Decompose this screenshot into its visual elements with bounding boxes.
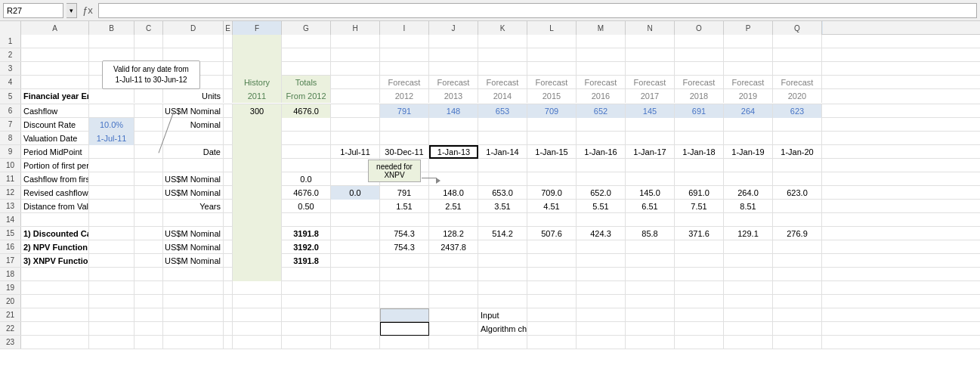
cell-G23[interactable] — [282, 336, 331, 349]
cell-N10[interactable] — [626, 159, 675, 172]
cell-D8[interactable] — [163, 132, 224, 145]
cell-H6[interactable] — [331, 104, 380, 118]
cell-Q23[interactable] — [773, 336, 822, 349]
cell-G19[interactable] — [282, 281, 331, 295]
cell-F4-history[interactable]: History — [233, 76, 282, 89]
cell-M20[interactable] — [577, 295, 626, 308]
cell-I5[interactable]: 2012 — [380, 89, 429, 103]
cell-G1[interactable] — [282, 35, 331, 48]
cell-J4-forecast[interactable]: Forecast — [429, 76, 478, 89]
cell-P22[interactable] — [724, 322, 773, 336]
cell-I18[interactable] — [380, 268, 429, 281]
cell-Q1[interactable] — [773, 35, 822, 48]
cell-H9[interactable]: 1-Jul-11 — [331, 145, 380, 159]
cell-A21[interactable] — [21, 308, 89, 322]
cell-M10[interactable] — [577, 159, 626, 172]
cell-H2[interactable] — [331, 48, 380, 62]
cell-F3[interactable] — [233, 62, 282, 76]
cell-P2[interactable] — [724, 48, 773, 62]
cell-O16[interactable] — [675, 240, 724, 254]
cell-K7[interactable] — [478, 118, 527, 132]
cell-J23[interactable] — [429, 336, 478, 349]
cell-H19[interactable] — [331, 281, 380, 295]
cell-H3[interactable] — [331, 62, 380, 76]
cell-Q5[interactable]: 2020 — [773, 89, 822, 103]
cell-D5[interactable]: Units — [163, 89, 224, 103]
cell-E9[interactable] — [224, 145, 233, 159]
cell-Q3[interactable] — [773, 62, 822, 76]
cell-G6[interactable]: 4676.0 — [282, 104, 331, 118]
cell-K19[interactable] — [478, 281, 527, 295]
cell-H18[interactable] — [331, 268, 380, 281]
cell-N8[interactable] — [626, 132, 675, 145]
cell-Q20[interactable] — [773, 295, 822, 308]
cell-C22[interactable] — [134, 322, 163, 336]
cell-L6[interactable]: 709 — [527, 104, 577, 118]
cell-F16[interactable] — [233, 240, 282, 254]
cell-M21[interactable] — [577, 308, 626, 322]
cell-B21[interactable] — [89, 308, 134, 322]
cell-F8[interactable] — [233, 132, 282, 145]
cell-P11[interactable] — [724, 172, 773, 186]
cell-J1[interactable] — [429, 35, 478, 48]
cell-F14[interactable] — [233, 213, 282, 227]
cell-O7[interactable] — [675, 118, 724, 132]
cell-E15[interactable] — [224, 227, 233, 240]
cell-P1[interactable] — [724, 35, 773, 48]
cell-K17[interactable] — [478, 254, 527, 268]
cell-D14[interactable] — [163, 213, 224, 227]
cell-J20[interactable] — [429, 295, 478, 308]
cell-N14[interactable] — [626, 213, 675, 227]
cell-E17[interactable] — [224, 254, 233, 268]
cell-E14[interactable] — [224, 213, 233, 227]
cell-N22[interactable] — [626, 322, 675, 336]
cell-G2[interactable] — [282, 48, 331, 62]
cell-M5[interactable]: 2016 — [577, 89, 626, 103]
cell-F11[interactable] — [233, 172, 282, 186]
col-header-B[interactable]: B — [89, 21, 134, 35]
cell-C16[interactable] — [134, 240, 163, 254]
cell-B17[interactable] — [89, 254, 134, 268]
cell-I1[interactable] — [380, 35, 429, 48]
cell-B1[interactable] — [89, 35, 134, 48]
cell-E13[interactable] — [224, 200, 233, 213]
cell-B14[interactable] — [89, 213, 134, 227]
cell-L5[interactable]: 2015 — [527, 89, 577, 103]
cell-B7[interactable]: 10.0% — [89, 118, 134, 132]
cell-L10[interactable] — [527, 159, 577, 172]
cell-G15[interactable]: 3191.8 — [282, 227, 331, 240]
cell-G4-totals[interactable]: Totals — [282, 76, 331, 89]
cell-Q13[interactable] — [773, 200, 822, 213]
cell-O18[interactable] — [675, 268, 724, 281]
cell-C5[interactable] — [134, 89, 163, 103]
cell-K18[interactable] — [478, 268, 527, 281]
cell-A16[interactable]: 2) NPV Function — [21, 240, 89, 254]
cell-Q6[interactable]: 623 — [773, 104, 822, 118]
cell-K8[interactable] — [478, 132, 527, 145]
cell-J3[interactable] — [429, 62, 478, 76]
cell-M8[interactable] — [577, 132, 626, 145]
cell-L3[interactable] — [527, 62, 577, 76]
cell-F12[interactable] — [233, 186, 282, 200]
cell-D23[interactable] — [163, 336, 224, 349]
cell-P16[interactable] — [724, 240, 773, 254]
cell-D15[interactable]: US$M Nominal — [163, 227, 224, 240]
cell-H7[interactable] — [331, 118, 380, 132]
cell-Q10[interactable] — [773, 159, 822, 172]
cell-E8[interactable] — [224, 132, 233, 145]
cell-E21[interactable] — [224, 308, 233, 322]
cell-E1[interactable] — [224, 35, 233, 48]
cell-M18[interactable] — [577, 268, 626, 281]
cell-P14[interactable] — [724, 213, 773, 227]
cell-M15[interactable]: 424.3 — [577, 227, 626, 240]
cell-D17[interactable]: US$M Nominal — [163, 254, 224, 268]
cell-N1[interactable] — [626, 35, 675, 48]
cell-F1[interactable] — [233, 35, 282, 48]
cell-F10[interactable] — [233, 159, 282, 172]
cell-A19[interactable] — [21, 281, 89, 295]
col-header-P[interactable]: P — [724, 21, 773, 35]
cell-I23[interactable] — [380, 336, 429, 349]
cell-O10[interactable] — [675, 159, 724, 172]
cell-O6[interactable]: 691 — [675, 104, 724, 118]
cell-M22[interactable] — [577, 322, 626, 336]
